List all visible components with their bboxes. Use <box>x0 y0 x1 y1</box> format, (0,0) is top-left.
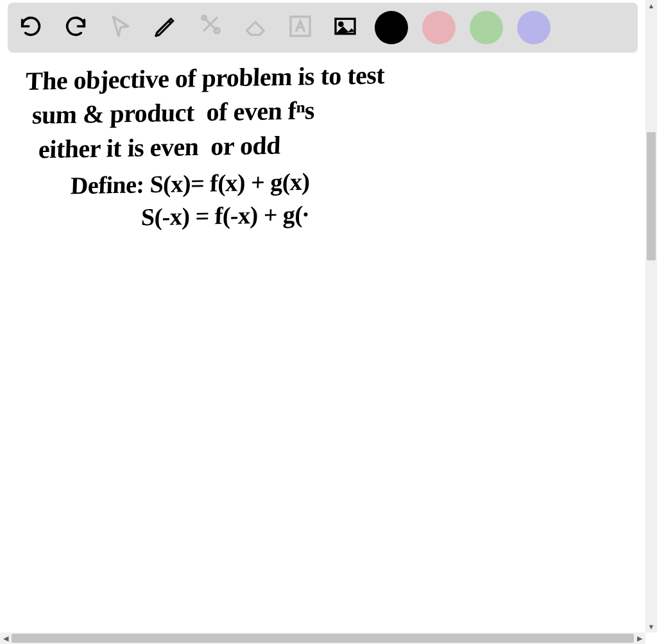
handwriting-line: sum & product of even fⁿs <box>31 95 315 130</box>
text-button[interactable] <box>285 12 316 43</box>
image-button[interactable] <box>330 12 361 43</box>
drawing-canvas[interactable]: The objective of problem is to test sum … <box>0 56 645 634</box>
svg-point-4 <box>339 22 343 26</box>
drawing-app: The objective of problem is to test sum … <box>0 0 657 644</box>
pointer-button[interactable] <box>105 12 136 43</box>
horizontal-scrollbar[interactable]: ◀ ▶ <box>0 632 645 644</box>
eraser-button[interactable] <box>240 12 271 43</box>
vertical-scroll-thumb[interactable] <box>647 132 656 260</box>
handwriting-line: either it is even or odd <box>38 130 281 165</box>
scroll-up-button[interactable]: ▲ <box>645 0 657 12</box>
color-green[interactable] <box>470 11 503 44</box>
vertical-scrollbar[interactable]: ▲ ▼ <box>645 0 657 632</box>
color-black[interactable] <box>375 11 408 44</box>
pointer-icon <box>108 13 133 42</box>
redo-button[interactable] <box>60 12 91 43</box>
eraser-icon <box>243 13 268 42</box>
toolbar <box>8 3 638 53</box>
handwriting-line: S(-x) = f(-x) + g(· <box>141 200 309 232</box>
scroll-left-button[interactable]: ◀ <box>0 632 12 644</box>
redo-icon <box>63 13 89 42</box>
pencil-icon <box>153 13 178 42</box>
tools-icon <box>198 13 223 42</box>
image-icon <box>332 13 358 42</box>
color-pink[interactable] <box>422 11 456 44</box>
undo-button[interactable] <box>15 12 46 43</box>
undo-icon <box>18 13 44 42</box>
scroll-right-button[interactable]: ▶ <box>634 632 645 644</box>
horizontal-scroll-thumb[interactable] <box>12 634 634 643</box>
tools-button[interactable] <box>195 12 226 43</box>
pencil-button[interactable] <box>150 12 181 43</box>
handwriting-line: Define: S(x)= f(x) + g(x) <box>70 167 310 200</box>
handwriting-line: The objective of problem is to test <box>25 60 385 96</box>
text-icon <box>287 13 313 42</box>
color-purple[interactable] <box>517 11 550 44</box>
scroll-down-button[interactable]: ▼ <box>645 621 657 632</box>
